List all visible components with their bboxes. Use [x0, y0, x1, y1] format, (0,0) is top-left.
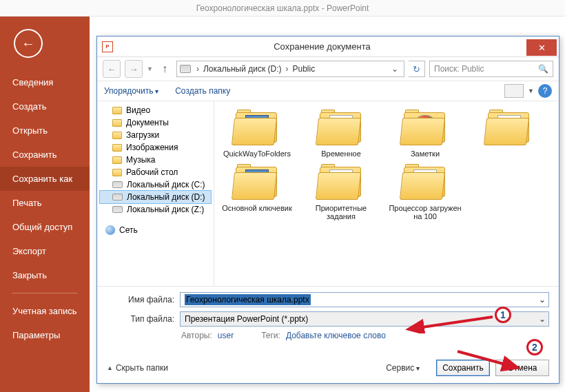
folder-icon — [233, 163, 281, 201]
tree-item[interactable]: Рабочий стол — [100, 166, 211, 178]
help-icon: ? — [543, 86, 548, 96]
tree-item[interactable]: Видео — [100, 104, 211, 116]
refresh-button[interactable]: ↻ — [409, 61, 425, 77]
arrow-left-icon: ← — [21, 36, 35, 52]
nav-up-button[interactable]: ↑ — [157, 61, 172, 76]
folder-icon — [112, 169, 122, 176]
tree-item[interactable]: Изображения — [100, 141, 211, 154]
crumb-drive[interactable]: Локальный диск (D:) — [202, 64, 283, 74]
folder-label: Основной ключевик — [222, 204, 292, 213]
sidebar-item-open[interactable]: Открыть — [0, 118, 90, 143]
sidebar-item-save-as[interactable]: Сохранить как — [0, 167, 90, 191]
filetype-value: Презентация PowerPoint (*.pptx) — [185, 314, 308, 324]
sidebar-item-new[interactable]: Создать — [0, 94, 90, 118]
nav-back-button[interactable]: ← — [103, 60, 121, 78]
tree-label: Локальный диск (D:) — [127, 192, 205, 202]
chevron-down-icon[interactable]: ▼ — [528, 87, 534, 94]
folder-icon — [485, 108, 533, 147]
tree-item[interactable]: Локальный диск (C:) — [100, 178, 211, 191]
view-mode-button[interactable] — [504, 84, 524, 98]
search-icon: 🔍 — [538, 64, 548, 74]
organize-button[interactable]: Упорядочить — [104, 86, 158, 96]
sidebar-item-close[interactable]: Закрыть — [0, 263, 90, 287]
chevron-down-icon[interactable]: ⌄ — [539, 314, 546, 324]
tree-item[interactable]: Документы — [100, 116, 211, 129]
folder-icon — [401, 163, 449, 201]
close-icon: ✕ — [538, 43, 546, 53]
filename-input[interactable]: Геохронологическая шкала.pptx ⌄ — [180, 292, 549, 307]
sidebar-item-save[interactable]: Сохранить — [0, 143, 90, 167]
sidebar-item-share[interactable]: Общий доступ — [0, 215, 90, 239]
tree-item-network[interactable]: Сеть — [100, 224, 211, 236]
folder-label: Приоритетные задания — [304, 204, 378, 221]
tree-label: Видео — [126, 105, 150, 115]
file-list: QuickWayToFolders Временное Заметки — [214, 101, 559, 286]
sidebar-item-export[interactable]: Экспорт — [0, 239, 90, 263]
folder-label: Временное — [321, 149, 361, 158]
folder-icon — [317, 108, 365, 147]
address-bar: ← → ▼ ↑ › Локальный диск (D:) › Public ⌄… — [97, 57, 559, 81]
chevron-down-icon[interactable]: ▼ — [147, 65, 153, 72]
chevron-right-icon: › — [284, 64, 289, 74]
sidebar-item-options[interactable]: Параметры — [0, 323, 90, 347]
sidebar-item-account[interactable]: Учетная запись — [0, 299, 90, 323]
folder-icon — [401, 108, 449, 147]
author-label: Авторы: — [181, 331, 212, 340]
filename-value: Геохронологическая шкала.pptx — [185, 294, 311, 305]
sidebar-item-print[interactable]: Печать — [0, 191, 90, 215]
chevron-down-icon[interactable]: ⌄ — [539, 295, 546, 305]
service-menu[interactable]: Сервис — [386, 363, 420, 373]
tree-item[interactable]: Локальный диск (Z:) — [100, 203, 211, 216]
app-title: Геохронологическая шкала.pptx - PowerPoi… — [0, 0, 565, 17]
folder-icon — [233, 108, 281, 147]
hide-folders-button[interactable]: Скрыть папки — [107, 363, 168, 373]
folder-item[interactable]: QuickWayToFolders — [220, 108, 294, 158]
tree-label: Музыка — [126, 155, 155, 165]
breadcrumb[interactable]: › Локальный диск (D:) › Public ⌄ — [176, 61, 404, 77]
folder-icon — [112, 107, 122, 114]
filename-label: Имя файла: — [107, 295, 180, 305]
folder-item[interactable]: Приоритетные задания — [304, 163, 378, 221]
tree-item-selected[interactable]: Локальный диск (D:) — [100, 191, 211, 203]
arrow-right-icon: → — [130, 64, 138, 74]
annotation-2: 2 — [526, 339, 543, 355]
tree-item[interactable]: Музыка — [100, 154, 211, 166]
search-input[interactable]: Поиск: Public 🔍 — [429, 61, 553, 77]
help-button[interactable]: ? — [538, 84, 552, 98]
folder-icon — [112, 156, 122, 164]
tree-item[interactable]: Загрузки — [100, 129, 211, 141]
close-button[interactable]: ✕ — [526, 39, 557, 56]
drive-icon — [112, 181, 123, 188]
drive-icon — [180, 65, 191, 73]
network-icon — [105, 225, 115, 235]
folder-item[interactable]: Заметки — [388, 108, 462, 158]
filetype-label: Тип файла: — [107, 314, 180, 324]
back-button[interactable]: ← — [14, 29, 43, 58]
folder-icon — [112, 144, 122, 152]
svg-line-0 — [408, 317, 493, 329]
search-placeholder: Поиск: Public — [434, 64, 484, 74]
refresh-icon: ↻ — [413, 64, 420, 74]
nav-forward-button[interactable]: → — [125, 60, 143, 78]
crumb-folder[interactable]: Public — [291, 64, 316, 74]
folder-item[interactable] — [472, 108, 546, 158]
folder-label: QuickWayToFolders — [223, 149, 291, 158]
arrow-up-icon: ↑ — [162, 63, 167, 75]
folder-item[interactable]: Временное — [304, 108, 378, 158]
annotation-1: 1 — [495, 307, 511, 323]
tree-label: Локальный диск (Z:) — [127, 205, 204, 214]
arrow-left-icon: ← — [107, 64, 116, 74]
folder-icon — [112, 119, 122, 127]
folder-tree: Видео Документы Загрузки Изображения Муз… — [97, 101, 214, 286]
svg-line-1 — [458, 351, 518, 368]
folder-item[interactable]: Основной ключевик — [220, 163, 294, 221]
author-value[interactable]: user — [218, 331, 234, 340]
main-area: P Сохранение документа ✕ ← → ▼ ↑ › Локал… — [90, 17, 565, 392]
folder-item[interactable]: Процессор загружен на 100 — [388, 163, 462, 221]
tags-value[interactable]: Добавьте ключевое слово — [286, 331, 386, 340]
tree-label: Локальный диск (C:) — [127, 180, 205, 189]
new-folder-button[interactable]: Создать папку — [175, 86, 230, 96]
dialog-toolbar: Упорядочить Создать папку ▼ ? — [97, 81, 559, 101]
sidebar-item-info[interactable]: Сведения — [0, 70, 90, 94]
chevron-down-icon[interactable]: ⌄ — [389, 64, 401, 74]
